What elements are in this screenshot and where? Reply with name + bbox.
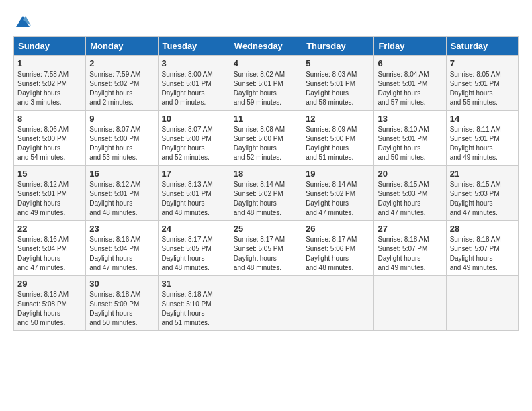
calendar-cell: 24 Sunrise: 8:17 AMSunset: 5:05 PMDaylig… — [158, 221, 230, 276]
day-info: Sunrise: 8:07 AMSunset: 5:00 PMDaylight … — [89, 125, 154, 163]
calendar-cell: 29 Sunrise: 8:18 AMSunset: 5:08 PMDaylig… — [14, 276, 86, 331]
day-info: Sunrise: 8:17 AMSunset: 5:06 PMDaylight … — [306, 235, 370, 273]
day-number: 7 — [450, 58, 515, 68]
day-number: 21 — [450, 169, 515, 179]
calendar-cell: 23 Sunrise: 8:16 AMSunset: 5:04 PMDaylig… — [86, 221, 158, 276]
calendar-cell: 18 Sunrise: 8:14 AMSunset: 5:02 PMDaylig… — [230, 166, 302, 221]
day-info: Sunrise: 8:15 AMSunset: 5:03 PMDaylight … — [450, 180, 515, 218]
day-number: 30 — [89, 279, 154, 289]
day-number: 2 — [89, 58, 154, 68]
day-info: Sunrise: 8:18 AMSunset: 5:10 PMDaylight … — [162, 290, 226, 328]
calendar-cell: 16 Sunrise: 8:12 AMSunset: 5:01 PMDaylig… — [86, 166, 158, 221]
day-info: Sunrise: 8:18 AMSunset: 5:09 PMDaylight … — [89, 290, 154, 328]
day-number: 13 — [378, 113, 442, 124]
calendar-cell: 12 Sunrise: 8:09 AMSunset: 5:00 PMDaylig… — [302, 111, 374, 166]
calendar-cell: 27 Sunrise: 8:18 AMSunset: 5:07 PMDaylig… — [374, 221, 446, 276]
day-number: 3 — [162, 58, 226, 68]
day-info: Sunrise: 7:59 AMSunset: 5:02 PMDaylight … — [89, 70, 154, 107]
calendar-cell — [446, 276, 518, 331]
day-number: 14 — [450, 113, 515, 124]
day-number: 11 — [234, 113, 298, 124]
calendar-cell — [302, 276, 374, 331]
day-number: 8 — [17, 113, 82, 124]
day-info: Sunrise: 8:12 AMSunset: 5:01 PMDaylight … — [89, 180, 154, 218]
day-info: Sunrise: 8:09 AMSunset: 5:00 PMDaylight … — [306, 125, 370, 163]
day-info: Sunrise: 8:16 AMSunset: 5:04 PMDaylight … — [89, 235, 154, 273]
calendar-cell: 19 Sunrise: 8:14 AMSunset: 5:02 PMDaylig… — [302, 166, 374, 221]
col-header-thursday: Thursday — [302, 37, 374, 56]
calendar-cell: 2 Sunrise: 7:59 AMSunset: 5:02 PMDayligh… — [86, 56, 158, 111]
calendar-week-row: 1 Sunrise: 7:58 AMSunset: 5:02 PMDayligh… — [14, 56, 519, 111]
calendar-cell: 28 Sunrise: 8:18 AMSunset: 5:07 PMDaylig… — [446, 221, 518, 276]
day-info: Sunrise: 8:17 AMSunset: 5:05 PMDaylight … — [234, 235, 298, 273]
col-header-tuesday: Tuesday — [158, 37, 230, 56]
calendar-cell: 3 Sunrise: 8:00 AMSunset: 5:01 PMDayligh… — [158, 56, 230, 111]
day-info: Sunrise: 8:18 AMSunset: 5:07 PMDaylight … — [450, 235, 515, 273]
day-info: Sunrise: 8:00 AMSunset: 5:01 PMDaylight … — [162, 70, 226, 107]
calendar-week-row: 15 Sunrise: 8:12 AMSunset: 5:01 PMDaylig… — [14, 166, 519, 221]
calendar-cell: 21 Sunrise: 8:15 AMSunset: 5:03 PMDaylig… — [446, 166, 518, 221]
calendar-cell: 26 Sunrise: 8:17 AMSunset: 5:06 PMDaylig… — [302, 221, 374, 276]
day-number: 6 — [378, 58, 442, 68]
day-number: 29 — [17, 279, 82, 289]
calendar-week-row: 22 Sunrise: 8:16 AMSunset: 5:04 PMDaylig… — [14, 221, 519, 276]
logo-icon — [15, 13, 31, 30]
day-info: Sunrise: 7:58 AMSunset: 5:02 PMDaylight … — [17, 70, 82, 107]
calendar-cell: 31 Sunrise: 8:18 AMSunset: 5:10 PMDaylig… — [158, 276, 230, 331]
calendar-cell: 22 Sunrise: 8:16 AMSunset: 5:04 PMDaylig… — [14, 221, 86, 276]
calendar-cell: 25 Sunrise: 8:17 AMSunset: 5:05 PMDaylig… — [230, 221, 302, 276]
day-number: 1 — [17, 58, 82, 68]
calendar-table: SundayMondayTuesdayWednesdayThursdayFrid… — [13, 36, 519, 331]
col-header-wednesday: Wednesday — [230, 37, 302, 56]
calendar-cell: 8 Sunrise: 8:06 AMSunset: 5:00 PMDayligh… — [14, 111, 86, 166]
col-header-monday: Monday — [86, 37, 158, 56]
calendar-cell: 13 Sunrise: 8:10 AMSunset: 5:01 PMDaylig… — [374, 111, 446, 166]
day-number: 19 — [306, 169, 370, 179]
day-info: Sunrise: 8:14 AMSunset: 5:02 PMDaylight … — [306, 180, 370, 218]
day-info: Sunrise: 8:02 AMSunset: 5:01 PMDaylight … — [234, 70, 298, 107]
calendar-cell: 20 Sunrise: 8:15 AMSunset: 5:03 PMDaylig… — [374, 166, 446, 221]
calendar-cell — [230, 276, 302, 331]
col-header-friday: Friday — [374, 37, 446, 56]
day-number: 17 — [162, 169, 226, 179]
day-number: 20 — [378, 169, 442, 179]
day-info: Sunrise: 8:07 AMSunset: 5:00 PMDaylight … — [162, 125, 226, 163]
day-number: 22 — [17, 224, 82, 234]
calendar-week-row: 29 Sunrise: 8:18 AMSunset: 5:08 PMDaylig… — [14, 276, 519, 331]
calendar-cell: 15 Sunrise: 8:12 AMSunset: 5:01 PMDaylig… — [14, 166, 86, 221]
day-info: Sunrise: 8:15 AMSunset: 5:03 PMDaylight … — [378, 180, 442, 218]
calendar-cell — [374, 276, 446, 331]
day-info: Sunrise: 8:18 AMSunset: 5:08 PMDaylight … — [17, 290, 82, 328]
col-header-saturday: Saturday — [446, 37, 518, 56]
day-number: 25 — [234, 224, 298, 234]
day-number: 28 — [450, 224, 515, 234]
day-info: Sunrise: 8:06 AMSunset: 5:00 PMDaylight … — [17, 125, 82, 163]
day-info: Sunrise: 8:14 AMSunset: 5:02 PMDaylight … — [234, 180, 298, 218]
col-header-sunday: Sunday — [14, 37, 86, 56]
page-header — [13, 13, 519, 30]
calendar-cell: 30 Sunrise: 8:18 AMSunset: 5:09 PMDaylig… — [86, 276, 158, 331]
day-number: 9 — [89, 113, 154, 124]
day-number: 27 — [378, 224, 442, 234]
calendar-cell: 1 Sunrise: 7:58 AMSunset: 5:02 PMDayligh… — [14, 56, 86, 111]
calendar-cell: 4 Sunrise: 8:02 AMSunset: 5:01 PMDayligh… — [230, 56, 302, 111]
day-number: 4 — [234, 58, 298, 68]
day-info: Sunrise: 8:13 AMSunset: 5:01 PMDaylight … — [162, 180, 226, 218]
day-number: 31 — [162, 279, 226, 289]
day-info: Sunrise: 8:17 AMSunset: 5:05 PMDaylight … — [162, 235, 226, 273]
day-info: Sunrise: 8:03 AMSunset: 5:01 PMDaylight … — [306, 70, 370, 107]
day-number: 5 — [306, 58, 370, 68]
calendar-cell: 10 Sunrise: 8:07 AMSunset: 5:00 PMDaylig… — [158, 111, 230, 166]
day-info: Sunrise: 8:16 AMSunset: 5:04 PMDaylight … — [17, 235, 82, 273]
calendar-header-row: SundayMondayTuesdayWednesdayThursdayFrid… — [14, 37, 519, 56]
calendar-cell: 6 Sunrise: 8:04 AMSunset: 5:01 PMDayligh… — [374, 56, 446, 111]
logo — [13, 13, 31, 30]
day-number: 12 — [306, 113, 370, 124]
day-number: 26 — [306, 224, 370, 234]
day-number: 16 — [89, 169, 154, 179]
day-info: Sunrise: 8:12 AMSunset: 5:01 PMDaylight … — [17, 180, 82, 218]
day-number: 18 — [234, 169, 298, 179]
calendar-cell: 7 Sunrise: 8:05 AMSunset: 5:01 PMDayligh… — [446, 56, 518, 111]
day-number: 10 — [162, 113, 226, 124]
day-number: 15 — [17, 169, 82, 179]
